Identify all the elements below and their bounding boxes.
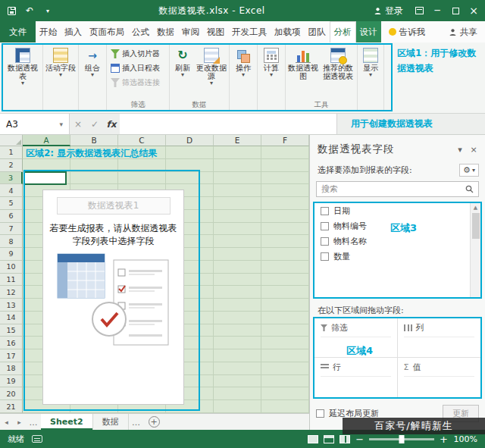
insert-timeline-button[interactable]: 插入日程表 bbox=[109, 61, 167, 75]
field-item-物料名称[interactable]: 物料名称 bbox=[314, 233, 480, 249]
zoom-in-button[interactable]: + bbox=[440, 434, 448, 445]
sheet-overflow-left[interactable]: … bbox=[26, 414, 41, 430]
row-header-2[interactable]: 2 bbox=[0, 159, 23, 172]
cell-F9[interactable] bbox=[261, 248, 309, 261]
cell-E7[interactable] bbox=[214, 223, 261, 236]
cell-F13[interactable] bbox=[261, 299, 309, 312]
tab-设计[interactable]: 设计 bbox=[356, 21, 381, 42]
cell-E3[interactable] bbox=[214, 172, 261, 185]
row-header-8[interactable]: 8 bbox=[0, 235, 23, 248]
row-header-19[interactable]: 19 bbox=[0, 375, 23, 388]
row-header-13[interactable]: 13 bbox=[0, 299, 23, 312]
cell-E19[interactable] bbox=[214, 375, 261, 388]
field-checkbox[interactable] bbox=[321, 252, 329, 261]
tab-tell-me[interactable]: 告诉我 bbox=[389, 21, 426, 42]
sheet-nav-left-icon[interactable]: ◂ bbox=[0, 414, 13, 430]
cell-E13[interactable] bbox=[214, 299, 261, 312]
row-header-4[interactable]: 4 bbox=[0, 184, 23, 197]
zoom-slider-thumb[interactable] bbox=[399, 435, 405, 443]
field-item-日期[interactable]: 日期 bbox=[314, 203, 480, 218]
undo-button[interactable]: ↶ bbox=[21, 2, 38, 19]
cell-C2[interactable] bbox=[118, 159, 166, 172]
cell-F17[interactable] bbox=[261, 349, 309, 362]
name-box[interactable]: A3 ▾ bbox=[0, 114, 70, 134]
page-break-view-icon[interactable] bbox=[340, 435, 350, 443]
cell-F15[interactable] bbox=[261, 324, 309, 337]
share-button[interactable]: 共享 bbox=[449, 21, 477, 42]
cell-E14[interactable] bbox=[214, 312, 261, 324]
cell-F4[interactable] bbox=[261, 184, 309, 197]
cell-E2[interactable] bbox=[214, 159, 261, 172]
enter-icon[interactable]: ✓ bbox=[86, 114, 103, 134]
row-header-6[interactable]: 6 bbox=[0, 210, 23, 223]
pane-options-icon[interactable]: ▾ bbox=[453, 145, 467, 155]
cell-E16[interactable] bbox=[214, 337, 261, 349]
cell-D1[interactable] bbox=[166, 146, 214, 159]
filter-connections-button[interactable]: 筛选器连接 bbox=[109, 76, 167, 89]
zoom-slider[interactable] bbox=[369, 438, 434, 440]
defer-update-checkbox[interactable] bbox=[316, 409, 324, 418]
zoom-out-button[interactable]: − bbox=[355, 434, 364, 445]
row-header-11[interactable]: 11 bbox=[0, 274, 23, 287]
save-button[interactable] bbox=[3, 2, 20, 19]
tab-团队[interactable]: 团队 bbox=[305, 21, 330, 42]
new-sheet-button[interactable]: + bbox=[149, 416, 160, 428]
group-button[interactable]: 组合 ▾ bbox=[80, 45, 105, 110]
drop-zone-rows[interactable]: 行 bbox=[314, 358, 398, 397]
cell-E18[interactable] bbox=[214, 362, 261, 375]
field-checkbox[interactable] bbox=[321, 222, 329, 230]
fields-scrollbar[interactable]: ▲ bbox=[470, 203, 480, 297]
tab-视图[interactable]: 视图 bbox=[203, 21, 228, 42]
cell-E4[interactable] bbox=[214, 184, 261, 197]
tools-gear-button[interactable]: ⚙ ▾ bbox=[459, 164, 479, 177]
row-header-5[interactable]: 5 bbox=[0, 197, 23, 210]
cell-F5[interactable] bbox=[261, 197, 309, 210]
row-header-17[interactable]: 17 bbox=[0, 349, 23, 362]
cell-E10[interactable] bbox=[214, 261, 261, 274]
close-button[interactable]: × bbox=[465, 2, 482, 19]
tab-分析[interactable]: 分析 bbox=[330, 21, 356, 42]
cell-E21[interactable] bbox=[214, 400, 261, 413]
tab-开发工具[interactable]: 开发工具 bbox=[228, 21, 271, 42]
cell-F20[interactable] bbox=[261, 387, 309, 400]
maximize-button[interactable] bbox=[447, 2, 464, 19]
field-checkbox[interactable] bbox=[321, 207, 329, 215]
row-header-14[interactable]: 14 bbox=[0, 312, 23, 324]
cell-F8[interactable] bbox=[261, 235, 309, 248]
cell-B2[interactable] bbox=[70, 159, 118, 172]
field-checkbox[interactable] bbox=[321, 237, 329, 246]
row-header-20[interactable]: 20 bbox=[0, 387, 23, 400]
cell-E11[interactable] bbox=[214, 274, 261, 287]
pivotchart-button[interactable]: 数据透视图 bbox=[286, 45, 320, 100]
cell-D2[interactable] bbox=[166, 159, 214, 172]
active-field-button[interactable]: 活动字段 ▾ bbox=[44, 45, 77, 110]
pivottable-button[interactable]: 数据透视表 ▾ bbox=[4, 45, 42, 110]
row-header-21[interactable]: 21 bbox=[0, 400, 23, 413]
row-header-15[interactable]: 15 bbox=[0, 324, 23, 337]
tab-公式[interactable]: 公式 bbox=[128, 21, 153, 42]
sign-in-button[interactable]: 登录 bbox=[368, 5, 409, 17]
cell-E9[interactable] bbox=[214, 248, 261, 261]
tab-审阅[interactable]: 审阅 bbox=[178, 21, 203, 42]
cell-C3[interactable] bbox=[118, 172, 166, 185]
sheet-overflow-right[interactable]: … bbox=[129, 414, 144, 430]
change-data-source-button[interactable]: 更改数据源 ▾ bbox=[195, 45, 228, 100]
formula-input[interactable] bbox=[120, 114, 337, 134]
active-cell[interactable] bbox=[23, 171, 67, 185]
select-all-corner[interactable] bbox=[0, 135, 23, 146]
zoom-level[interactable]: 100% bbox=[453, 434, 477, 444]
search-input[interactable] bbox=[321, 184, 465, 194]
column-header-A[interactable]: A bbox=[23, 135, 70, 146]
cell-F16[interactable] bbox=[261, 337, 309, 349]
sheet-nav-right-icon[interactable]: ▸ bbox=[13, 414, 26, 430]
cell-F1[interactable] bbox=[261, 146, 309, 159]
tab-数据[interactable]: 数据 bbox=[153, 21, 178, 42]
show-button[interactable]: 显示 ▾ bbox=[358, 45, 383, 110]
tab-file[interactable]: 文件 bbox=[0, 21, 36, 42]
cancel-icon[interactable]: × bbox=[70, 114, 86, 134]
cell-E6[interactable] bbox=[214, 210, 261, 223]
cell-F6[interactable] bbox=[261, 210, 309, 223]
minimize-button[interactable]: ─ bbox=[429, 2, 446, 19]
cell-F12[interactable] bbox=[261, 286, 309, 299]
cell-F3[interactable] bbox=[261, 172, 309, 185]
